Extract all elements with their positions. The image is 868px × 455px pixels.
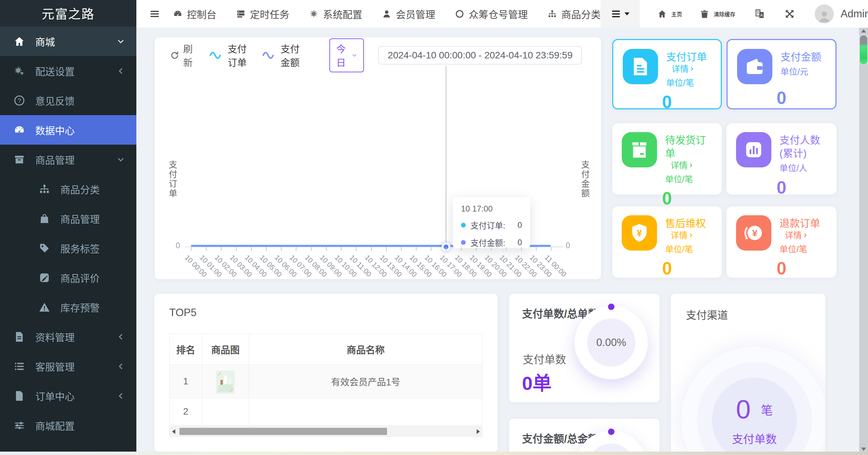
nav-item-会员管理[interactable]: 会员管理 bbox=[382, 7, 435, 21]
x-axis-tick bbox=[386, 247, 387, 251]
chevron-left-icon bbox=[117, 362, 125, 370]
sidebar-item-商品管理[interactable]: 商品管理 bbox=[0, 145, 136, 174]
fullscreen-button[interactable] bbox=[784, 8, 795, 19]
user-menu[interactable]: Admin bbox=[815, 4, 868, 23]
sliders-icon bbox=[12, 420, 27, 431]
sidebar-item-资料管理[interactable]: 资料管理 bbox=[0, 322, 136, 351]
payment-trend-chart-panel: 刷新 支付订单支付金额 今日 2024-04-10 00:00:00 - 202… bbox=[155, 37, 601, 279]
sidebar-item-商城配置[interactable]: 商城配置 bbox=[0, 411, 136, 440]
sidebar-collapse-button[interactable] bbox=[136, 8, 173, 19]
stat-card-支付订单: 支付订单详情单位/笔0 bbox=[612, 39, 722, 109]
x-axis-tick bbox=[506, 247, 506, 251]
sidebar-item-label: 商品管理 bbox=[35, 152, 75, 167]
home-button[interactable]: 主页 bbox=[657, 9, 682, 19]
sidebar-item-label: 商品管理 bbox=[60, 212, 100, 226]
x-axis-tick bbox=[446, 247, 447, 251]
stat-card-unit: 单位/笔 bbox=[665, 174, 712, 185]
product-image bbox=[216, 370, 235, 393]
nav-more-menu-button[interactable] bbox=[601, 0, 640, 28]
x-axis-tick bbox=[311, 247, 312, 251]
stat-card-支付人数(累计): 支付人数(累计)单位/人0 bbox=[727, 123, 836, 195]
x-axis-tick bbox=[221, 247, 221, 251]
top5-title: TOP5 bbox=[169, 307, 196, 319]
x-axis-tick bbox=[416, 247, 417, 251]
x-axis-tick bbox=[326, 247, 327, 251]
sidebar-item-客服管理[interactable]: 客服管理 bbox=[0, 351, 136, 381]
chevron-down-icon bbox=[117, 37, 125, 46]
scrollbar-thumb[interactable] bbox=[860, 35, 867, 65]
home-icon bbox=[12, 36, 27, 47]
nav-item-众筹仓号管理[interactable]: 众筹仓号管理 bbox=[455, 7, 528, 21]
nav-item-商品分类[interactable]: 商品分类 bbox=[547, 7, 601, 21]
sidebar-item-服务标签[interactable]: 服务标签 bbox=[0, 233, 136, 263]
top5-horizontal-scrollbar[interactable] bbox=[169, 426, 483, 437]
sitemap-icon bbox=[547, 9, 557, 19]
scroll-down-arrow-icon[interactable] bbox=[861, 448, 866, 451]
sidebar-item-数据中心[interactable]: 数据中心 bbox=[0, 115, 136, 145]
channel-bubble-chart: 0 笔 支付单数 bbox=[681, 347, 825, 455]
nav-item-定时任务[interactable]: 定时任务 bbox=[236, 7, 289, 21]
trash-icon bbox=[700, 9, 709, 19]
stat-card-title: 支付人数(累计) bbox=[779, 133, 827, 160]
detail-link[interactable]: 详情 bbox=[672, 63, 695, 75]
table-row[interactable]: 2 bbox=[170, 398, 483, 425]
sidebar-item-商品分类[interactable]: 商品分类 bbox=[0, 174, 136, 204]
top5-column-header: 商品图 bbox=[202, 334, 249, 365]
page-horizontal-scrollbar[interactable] bbox=[0, 452, 868, 455]
language-button[interactable]: 文A bbox=[754, 8, 765, 19]
stat-card-unit: 单位/元 bbox=[780, 66, 821, 77]
chevron-down-icon bbox=[352, 53, 357, 58]
home-icon bbox=[657, 9, 667, 19]
stat-card-售后维权: ¥售后维权详情单位/笔0 bbox=[612, 206, 722, 278]
detail-label: 详情 bbox=[785, 230, 802, 241]
sidebar-item-label: 订单中心 bbox=[35, 389, 75, 403]
channel-unit: 笔 bbox=[761, 401, 773, 418]
y-axis-left-zero: 0 bbox=[176, 241, 180, 250]
sidebar-item-label: 商品分类 bbox=[60, 182, 100, 196]
sidebar-item-商品管理[interactable]: 商品管理 bbox=[0, 204, 136, 233]
x-axis-tick bbox=[371, 247, 372, 251]
scroll-up-arrow-icon[interactable] bbox=[861, 29, 866, 33]
stat-card-value: 0 bbox=[736, 258, 827, 278]
sidebar-item-label: 商品评价 bbox=[60, 271, 100, 285]
nav-item-系统配置[interactable]: 系统配置 bbox=[309, 7, 362, 21]
stat-card-unit: 单位/笔 bbox=[666, 77, 711, 89]
clear-cache-label: 清除缓存 bbox=[714, 10, 735, 18]
navbar-menu: 控制台定时任务系统配置会员管理众筹仓号管理商品分类 bbox=[173, 7, 601, 21]
sidebar-item-配送设置[interactable]: 配送设置 bbox=[0, 56, 136, 86]
axis-pointer-line bbox=[446, 66, 446, 247]
nav-item-label: 商品分类 bbox=[561, 7, 601, 21]
page-vertical-scrollbar[interactable] bbox=[859, 28, 868, 452]
top5-column-header: 商品名称 bbox=[249, 334, 483, 365]
nav-item-label: 会员管理 bbox=[396, 7, 435, 21]
table-row[interactable]: 1有效会员产品1号 bbox=[170, 365, 483, 398]
date-range-input[interactable]: 2024-04-10 00:00:00 - 2024-04-10 23:59:5… bbox=[378, 46, 582, 65]
stat-card-value: 0 bbox=[736, 177, 827, 198]
sidebar-item-库存预警[interactable]: 库存预警 bbox=[0, 292, 136, 322]
sidebar-item-意见反馈[interactable]: ?意见反馈 bbox=[0, 86, 136, 115]
chevron-down-icon bbox=[117, 156, 125, 164]
line-chart[interactable]: 支付订单 支付金额 0 0 10 17:00 支付订单:0支付金额:0 10 0… bbox=[155, 65, 601, 279]
scrollbar-thumb[interactable] bbox=[179, 428, 387, 435]
channel-bubble-mid: 0 笔 支付单数 bbox=[697, 362, 812, 455]
sidebar-item-订单中心[interactable]: 订单中心 bbox=[0, 381, 136, 411]
sidebar-item-label: 配送设置 bbox=[35, 64, 75, 78]
payment-channel-panel: 支付渠道 0 笔 支付单数 bbox=[671, 294, 825, 455]
clear-cache-button[interactable]: 清除缓存 bbox=[700, 9, 735, 19]
refund-yuan-icon: ¥ bbox=[736, 215, 771, 251]
nav-item-控制台[interactable]: 控制台 bbox=[173, 7, 216, 21]
pay-count-value: 0单 bbox=[522, 368, 552, 395]
sidebar-item-label: 商城配置 bbox=[35, 418, 75, 433]
detail-link[interactable]: 详情 bbox=[785, 230, 808, 241]
sidebar-item-商城[interactable]: 商城 bbox=[0, 26, 136, 56]
box-icon bbox=[12, 154, 27, 165]
tooltip-series-value: 0 bbox=[518, 220, 522, 230]
detail-link[interactable]: 详情 bbox=[671, 230, 694, 241]
sidebar-item-label: 数据中心 bbox=[35, 123, 75, 137]
nav-item-label: 众筹仓号管理 bbox=[469, 7, 528, 21]
detail-link[interactable]: 详情 bbox=[671, 160, 694, 171]
sidebar-item-商品评价[interactable]: 商品评价 bbox=[0, 263, 136, 292]
scroll-left-arrow-icon[interactable] bbox=[169, 429, 178, 434]
scroll-right-arrow-icon[interactable] bbox=[474, 429, 483, 434]
channel-bubble[interactable]: 0 笔 支付单数 bbox=[712, 378, 797, 455]
